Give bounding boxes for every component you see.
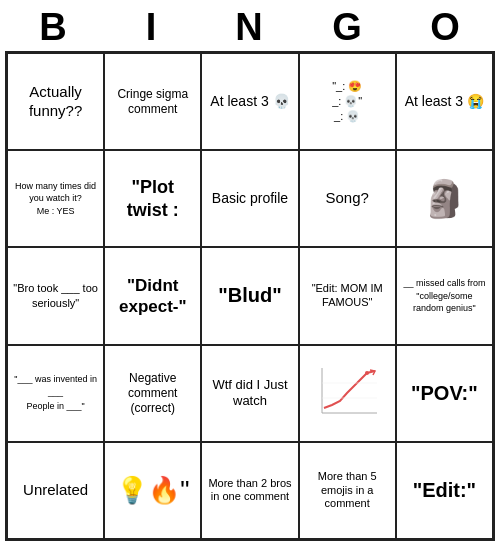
cell-r0c2: At least 3 💀	[201, 53, 298, 150]
cell-r0c4-text: At least 3 😭	[405, 93, 484, 111]
cell-r4c1-text: 💡🔥"	[116, 474, 189, 507]
title-b: B	[10, 6, 98, 49]
cell-r4c3-text: More than 5 emojis in a comment	[304, 470, 391, 511]
cell-r1c4: 🗿	[396, 150, 493, 247]
cell-r0c1-text: Cringe sigma comment	[109, 87, 196, 117]
bingo-title: B I N G O	[5, 0, 495, 51]
cell-r0c0-text: Actually funny??	[12, 83, 99, 121]
title-i: I	[108, 6, 196, 49]
cell-r0c4: At least 3 😭	[396, 53, 493, 150]
cell-r3c2: Wtf did I Just watch	[201, 345, 298, 442]
cell-r3c1: Negative comment (correct)	[104, 345, 201, 442]
cell-r2c3: "Edit: MOM IM FAMOUS"	[299, 247, 396, 344]
cell-r3c2-text: Wtf did I Just watch	[206, 377, 293, 410]
cell-r3c3	[299, 345, 396, 442]
cell-r4c4-text: "Edit:"	[413, 478, 476, 503]
svg-point-5	[365, 371, 369, 375]
cell-r1c1: "Plot twist :	[104, 150, 201, 247]
cell-r1c0: How many times did you watch it? Me : YE…	[7, 150, 104, 247]
cell-r2c1-text: "Didnt expect-"	[109, 275, 196, 318]
cell-r1c4-emoji: 🗿	[422, 176, 467, 221]
cell-r0c0: Actually funny??	[7, 53, 104, 150]
cell-r3c4: "POV:"	[396, 345, 493, 442]
cell-r3c4-text: "POV:"	[411, 381, 478, 406]
title-g: G	[304, 6, 392, 49]
cell-r1c1-text: "Plot twist :	[109, 176, 196, 221]
cell-r0c3-text: "_: 😍 _: 💀" _: 💀	[332, 79, 362, 125]
cell-r4c0: Unrelated	[7, 442, 104, 539]
cell-r0c3: "_: 😍 _: 💀" _: 💀	[299, 53, 396, 150]
cell-r1c3-text: Song?	[326, 189, 369, 208]
title-n: N	[206, 6, 294, 49]
cell-r4c4: "Edit:"	[396, 442, 493, 539]
cell-r2c0: "Bro took ___ too seriously"	[7, 247, 104, 344]
chart-icon	[312, 363, 382, 423]
bingo-grid: Actually funny?? Cringe sigma comment At…	[5, 51, 495, 541]
cell-r1c0-text: How many times did you watch it? Me : YE…	[12, 180, 99, 218]
cell-r2c0-text: "Bro took ___ too seriously"	[12, 281, 99, 312]
cell-r3c0: "___ was invented in ___ People in ___"	[7, 345, 104, 442]
cell-r3c1-text: Negative comment (correct)	[109, 371, 196, 416]
cell-r4c0-text: Unrelated	[23, 481, 88, 500]
cell-r2c1: "Didnt expect-"	[104, 247, 201, 344]
cell-r1c2-text: Basic profile	[212, 190, 288, 208]
cell-r2c4: __ missed calls from "college/some rando…	[396, 247, 493, 344]
cell-r1c3: Song?	[299, 150, 396, 247]
cell-r0c2-text: At least 3 💀	[210, 93, 289, 111]
cell-r2c3-text: "Edit: MOM IM FAMOUS"	[304, 282, 391, 310]
cell-r3c0-text: "___ was invented in ___ People in ___"	[12, 373, 99, 414]
cell-r2c2: "Blud"	[201, 247, 298, 344]
cell-r4c3: More than 5 emojis in a comment	[299, 442, 396, 539]
cell-r0c1: Cringe sigma comment	[104, 53, 201, 150]
cell-r2c2-text: "Blud"	[218, 283, 281, 308]
cell-r4c2-text: More than 2 bros in one comment	[206, 477, 293, 505]
cell-r4c2: More than 2 bros in one comment	[201, 442, 298, 539]
cell-r1c2: Basic profile	[201, 150, 298, 247]
title-o: O	[402, 6, 490, 49]
cell-r4c1: 💡🔥"	[104, 442, 201, 539]
cell-r2c4-text: __ missed calls from "college/some rando…	[401, 277, 488, 315]
